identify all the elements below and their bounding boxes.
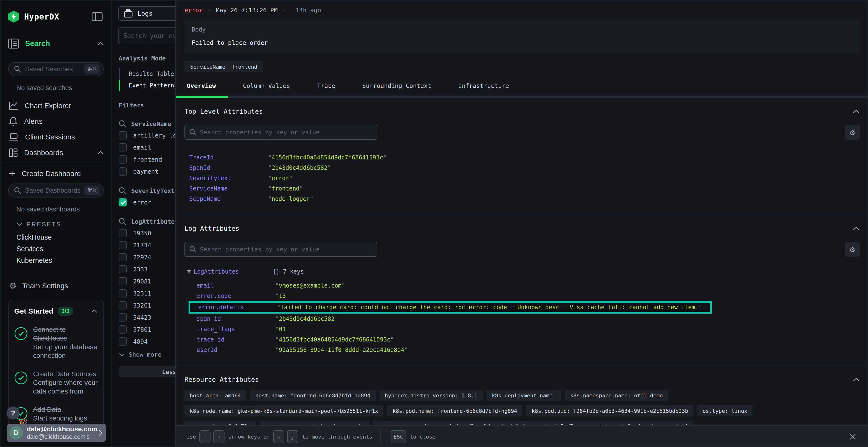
attribute-value[interactable]: error	[268, 175, 292, 182]
checkbox[interactable]	[119, 241, 127, 249]
resource-pill[interactable]: k8s.pod.uid: f284fb2d-a0b3-4634-991b-e2c…	[526, 405, 693, 416]
chevron-up-icon[interactable]	[91, 309, 98, 313]
saved-searches-field[interactable]	[25, 66, 84, 73]
checkbox[interactable]	[119, 265, 127, 273]
chevron-up-icon[interactable]	[97, 41, 104, 46]
saved-dashboards-input[interactable]: ⌘K	[8, 183, 104, 198]
checkbox[interactable]	[119, 313, 127, 321]
resource-pill[interactable]: k8s.pod.name: frontend-6b6c8d7bfd-ng894	[387, 405, 523, 416]
bell-icon	[9, 116, 18, 126]
tab-column-values[interactable]: Column Values	[243, 82, 290, 96]
sidebar-item-chart-explorer[interactable]: Chart Explorer	[0, 100, 112, 111]
sidebar-item-kubernetes[interactable]: Kubernetes	[0, 254, 112, 266]
attribute-value[interactable]: frontend	[268, 185, 303, 192]
sidebar-item-client-sessions[interactable]: Client Sessions	[0, 131, 112, 143]
attribute-value[interactable]: 13	[275, 293, 289, 299]
attribute-key[interactable]: SpanId	[189, 165, 268, 171]
resource-pill[interactable]: hyperdx.distro.version: 0.8.1	[379, 390, 483, 401]
sidebar-item-search[interactable]: Search	[0, 23, 112, 49]
checkbox[interactable]	[119, 289, 127, 298]
checkbox[interactable]	[119, 277, 127, 285]
attribute-key[interactable]: trace_id	[196, 336, 275, 343]
properties-search-field[interactable]	[200, 129, 373, 136]
section-title: Resource Attributes	[184, 376, 259, 383]
step-title: Create Data Sources	[33, 370, 98, 378]
footer-use-text: Use	[186, 434, 196, 440]
close-icon[interactable]	[847, 431, 859, 443]
attribute-key[interactable]: trace_flags	[196, 326, 275, 333]
attribute-key[interactable]: ScopeName	[189, 196, 268, 202]
create-dashboard-button[interactable]: Create Dashboard	[0, 168, 112, 179]
attribute-row: SpanId2b43d0c4dd6bc582	[189, 163, 860, 173]
tab-overview[interactable]: Overview	[187, 82, 216, 96]
chevron-up-icon[interactable]	[852, 109, 860, 114]
attribute-value[interactable]: 92a55156-39a4-11f0-8ddd-a2eca416a8a4	[275, 347, 408, 353]
attribute-key[interactable]: span_id	[196, 315, 275, 322]
attribute-key[interactable]: ServiceName	[189, 185, 268, 192]
attribute-key[interactable]: userId	[196, 347, 275, 353]
attribute-value[interactable]: vmoses@example.com	[275, 282, 345, 289]
checkbox[interactable]	[119, 167, 127, 176]
sidebar-item-services[interactable]: Services	[0, 243, 112, 254]
resource-pill[interactable]: k8s.node.name: gke-pme-k8s-standard-main…	[184, 405, 383, 416]
resource-pill[interactable]: host.name: frontend-6b6c8d7bfd-ng894	[250, 390, 376, 401]
resource-pill[interactable]: host.arch: amd64	[184, 390, 246, 401]
resource-pill[interactable]: os.type: linux	[697, 405, 752, 416]
attribute-value[interactable]: 2b43d0c4dd6bc582	[275, 315, 338, 322]
get-started-step[interactable]: Create Data Sources Configure where your…	[14, 370, 98, 396]
settings-gear-button[interactable]: ⚙	[845, 242, 860, 257]
attribute-key[interactable]: email	[196, 282, 275, 289]
checkbox[interactable]	[119, 337, 127, 346]
resource-pill[interactable]: k8s.namespace.name: otel-demo	[565, 390, 668, 401]
attribute-key[interactable]: error.details	[198, 304, 277, 311]
settings-gear-button[interactable]: ⚙	[845, 125, 860, 140]
get-started-step[interactable]: Connect to ClickHouse Set up your databa…	[14, 325, 98, 360]
presets-header[interactable]: PRESETS	[0, 219, 112, 229]
checkbox[interactable]	[119, 253, 127, 261]
footer-divider	[380, 429, 381, 445]
attribute-value[interactable]: 4156d3fbc40a64854d9dc7f68641593c	[268, 154, 386, 161]
sidebar-collapse-icon[interactable]	[90, 11, 104, 23]
attribute-value[interactable]: 01	[275, 326, 289, 333]
tab-surrounding-context[interactable]: Surrounding Context	[362, 82, 431, 96]
logattributes-tree-root[interactable]: LogAttributes {} 7 keys	[184, 267, 860, 276]
sidebar-item-team-settings[interactable]: ⚙ Team Settings	[0, 281, 112, 291]
attribute-key[interactable]: error.code	[196, 293, 275, 299]
attribute-key[interactable]: SeverityText	[189, 175, 268, 182]
service-chip[interactable]: ServiceName: frontend	[184, 61, 263, 72]
checkbox[interactable]	[119, 156, 127, 164]
saved-dashboards-field[interactable]	[25, 187, 84, 194]
sidebar-item-alerts[interactable]: Alerts	[0, 115, 112, 127]
tab-trace[interactable]: Trace	[317, 82, 335, 96]
attribute-value[interactable]: 4156d3fbc40a64854d9dc7f68641593c	[275, 336, 394, 343]
tab-infrastructure[interactable]: Infrastructure	[458, 82, 509, 96]
chevron-up-icon[interactable]	[852, 227, 860, 231]
checkbox[interactable]	[119, 131, 127, 139]
attribute-value[interactable]: 2b43d0c4dd6bc582	[268, 165, 331, 171]
sidebar-item-clickhouse[interactable]: ClickHouse	[0, 232, 112, 243]
properties-search-field[interactable]	[200, 246, 373, 253]
checkbox[interactable]	[119, 325, 127, 334]
checkbox-checked[interactable]	[119, 198, 127, 206]
attribute-row: TraceId4156d3fbc40a64854d9dc7f68641593c	[189, 152, 860, 163]
get-started-header[interactable]: Get Started 3/3	[14, 307, 98, 316]
get-started-card: Get Started 3/3 Connect to ClickHouse Se…	[8, 300, 104, 433]
shortcut-badge: ⌘K	[84, 64, 100, 74]
attribute-key[interactable]: TraceId	[189, 154, 268, 161]
attribute-value[interactable]: node-logger	[268, 196, 313, 202]
saved-searches-input[interactable]: ⌘K	[8, 62, 104, 76]
check-circle-icon	[14, 327, 28, 340]
checkbox[interactable]	[119, 143, 127, 151]
help-button[interactable]: ?	[6, 407, 20, 419]
chevron-up-icon[interactable]	[852, 377, 860, 382]
checkbox[interactable]	[119, 229, 127, 237]
user-menu[interactable]: D dale@clickhouse.com dale@clickhouse.co…	[7, 424, 106, 442]
properties-search-input[interactable]	[184, 242, 377, 257]
chevron-up-icon[interactable]	[97, 150, 104, 155]
resource-pill[interactable]: k8s.deployment.name:	[487, 390, 561, 401]
checkbox[interactable]	[119, 301, 127, 309]
attribute-value[interactable]: failed to charge card: could not charge …	[277, 304, 702, 311]
properties-search-input[interactable]	[184, 125, 377, 140]
step-desc: Configure where your data comes from	[33, 378, 98, 396]
sidebar-item-dashboards[interactable]: Dashboards	[0, 147, 112, 159]
